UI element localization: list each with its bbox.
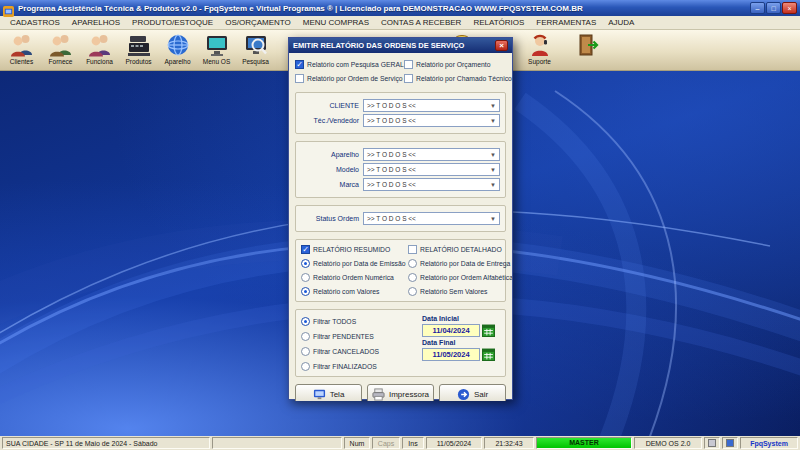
user-name: MASTER — [537, 438, 631, 448]
suppliers-icon — [48, 32, 74, 58]
toolbar-label: Fornece — [49, 59, 73, 66]
menu-compras[interactable]: MENU COMPRAS — [297, 18, 375, 27]
checkbox-box — [404, 74, 413, 83]
calendar-icon[interactable] — [482, 348, 495, 361]
toolbar-menu-os[interactable]: Menu OS — [197, 31, 236, 70]
radio-dot — [408, 273, 417, 282]
radio-filtrar-pendentes[interactable]: Filtrar PENDENTES — [301, 331, 418, 342]
toolbar-clientes[interactable]: Clientes — [2, 31, 41, 70]
data-inicial-label: Data Inicial — [422, 315, 500, 322]
support-icon — [527, 32, 553, 58]
checkbox-pesquisa-geral[interactable]: ✓ Relatório com Pesquisa GERAL — [295, 59, 402, 70]
radio-dot — [301, 317, 310, 326]
printer-icon — [372, 388, 385, 401]
radio-com-valores[interactable]: Relatório com Valores — [301, 286, 406, 297]
radio-label: Relatório Ordem Numérica — [313, 274, 394, 281]
calendar-icon[interactable] — [482, 324, 495, 337]
checkbox-relatorio-resumido[interactable]: ✓ RELATÓRIO RESUMIDO — [301, 244, 406, 255]
menu-contas-receber[interactable]: CONTAS A RECEBER — [375, 18, 467, 27]
status-caps-lock: Caps — [372, 437, 400, 449]
sair-button[interactable]: Sair — [439, 384, 506, 401]
cliente-select[interactable]: >> T O D O S << ▼ — [363, 99, 500, 112]
toolbar-produtos[interactable]: Produtos — [119, 31, 158, 70]
toolbar-sair[interactable] — [568, 31, 607, 70]
chevron-down-icon: ▼ — [490, 152, 496, 158]
menu-aparelhos[interactable]: APARELHOS — [66, 18, 126, 27]
radio-ordem-alfabetica[interactable]: Relatório por Ordem Alfabética — [408, 272, 512, 283]
menu-cadastros[interactable]: CADASTROS — [4, 18, 66, 27]
combo-value: >> T O D O S << — [367, 102, 416, 109]
combo-value: >> T O D O S << — [367, 151, 416, 158]
impressora-button[interactable]: Impressora — [367, 384, 434, 401]
tela-button[interactable]: Tela — [295, 384, 362, 401]
status-ordem-label: Status Ordem — [301, 215, 363, 222]
modelo-select[interactable]: >> T O D O S << ▼ — [363, 163, 500, 176]
close-button[interactable]: × — [782, 2, 797, 14]
search-icon — [243, 32, 269, 58]
marca-select[interactable]: >> T O D O S << ▼ — [363, 178, 500, 191]
radio-filtrar-todos[interactable]: Filtrar TODOS — [301, 316, 418, 327]
radio-dot — [301, 332, 310, 341]
status-date: 11/05/2024 — [426, 437, 482, 449]
checkbox-label: Relatório por Ordem de Serviço — [307, 75, 403, 82]
report-dialog: EMITIR RELATÓRIO DAS ORDENS DE SERVIÇO ×… — [288, 37, 513, 400]
tecnico-vendedor-label: Téc./Vendedor — [301, 117, 363, 124]
toolbar-fornecedores[interactable]: Fornece — [41, 31, 80, 70]
radio-data-entrega[interactable]: Relatório por Data de Entrega — [408, 258, 512, 269]
combo-value: >> T O D O S << — [367, 117, 416, 124]
menu-relatorios[interactable]: RELATÓRIOS — [467, 18, 530, 27]
status-brand: FpqSystem — [740, 437, 798, 449]
checkbox-por-orcamento[interactable]: Relatório por Orçamento — [404, 59, 512, 70]
clients-icon — [9, 32, 35, 58]
status-ordem-select[interactable]: >> T O D O S << ▼ — [363, 212, 500, 225]
menu-produto-estoque[interactable]: PRODUTO/ESTOQUE — [126, 18, 219, 27]
status-printer-icon — [704, 437, 720, 449]
maximize-button[interactable]: □ — [766, 2, 781, 14]
status-user-badge: MASTER — [536, 437, 632, 449]
marca-label: Marca — [301, 181, 363, 188]
radio-label: Relatório com Valores — [313, 288, 379, 295]
checkbox-por-ordem-servico[interactable]: Relatório por Ordem de Serviço — [295, 73, 402, 84]
radio-label: Filtrar FINALIZADOS — [313, 363, 377, 370]
toolbar-label: Suporte — [528, 59, 551, 66]
radio-dot — [408, 287, 417, 296]
radio-filtrar-finalizados[interactable]: Filtrar FINALIZADOS — [301, 361, 418, 372]
menu-os-orcamento[interactable]: OS/ORÇAMENTO — [219, 18, 297, 27]
checkbox-relatorio-detalhado[interactable]: RELATÓRIO DETALHADO — [408, 244, 512, 255]
radio-ordem-numerica[interactable]: Relatório Ordem Numérica — [301, 272, 406, 283]
exit-icon — [457, 388, 470, 401]
data-final-field[interactable]: 11/05/2024 — [422, 348, 480, 361]
exit-icon — [575, 32, 601, 58]
checkbox-box — [404, 60, 413, 69]
minimize-button[interactable]: – — [750, 2, 765, 14]
toolbar-label: Clientes — [10, 59, 33, 66]
dialog-close-button[interactable]: × — [495, 40, 508, 51]
report-options-group: ✓ RELATÓRIO RESUMIDO RELATÓRIO DETALHADO… — [295, 239, 506, 302]
radio-data-emissao[interactable]: Relatório por Data de Emissão — [301, 258, 406, 269]
menu-ferramentas[interactable]: FERRAMENTAS — [530, 18, 602, 27]
checkbox-por-chamado-tecnico[interactable]: Relatório por Chamado Técnico — [404, 73, 512, 84]
device-icon — [165, 32, 191, 58]
chevron-down-icon: ▼ — [490, 182, 496, 188]
status-monitor-icon — [722, 437, 738, 449]
aparelho-label: Aparelho — [301, 151, 363, 158]
toolbar-label: Aparelho — [164, 59, 190, 66]
status-insert: Ins — [402, 437, 424, 449]
radio-dot — [301, 362, 310, 371]
toolbar-aparelho[interactable]: Aparelho — [158, 31, 197, 70]
menu-bar: CADASTROS APARELHOS PRODUTO/ESTOQUE OS/O… — [0, 16, 800, 30]
toolbar-pesquisa[interactable]: Pesquisa — [236, 31, 275, 70]
toolbar-label: Pesquisa — [242, 59, 269, 66]
toolbar-funcionarios[interactable]: Funciona — [80, 31, 119, 70]
toolbar-label: Funciona — [86, 59, 113, 66]
toolbar-label: Menu OS — [203, 59, 230, 66]
tecnico-vendedor-select[interactable]: >> T O D O S << ▼ — [363, 114, 500, 127]
dialog-titlebar[interactable]: EMITIR RELATÓRIO DAS ORDENS DE SERVIÇO × — [289, 38, 512, 53]
data-inicial-field[interactable]: 11/04/2024 — [422, 324, 480, 337]
status-version: DEMO OS 2.0 — [634, 437, 702, 449]
menu-ajuda[interactable]: AJUDA — [602, 18, 640, 27]
radio-filtrar-cancelados[interactable]: Filtrar CANCELADOS — [301, 346, 418, 357]
radio-sem-valores[interactable]: Relatório Sem Valores — [408, 286, 512, 297]
toolbar-suporte[interactable]: Suporte — [520, 31, 559, 70]
aparelho-select[interactable]: >> T O D O S << ▼ — [363, 148, 500, 161]
